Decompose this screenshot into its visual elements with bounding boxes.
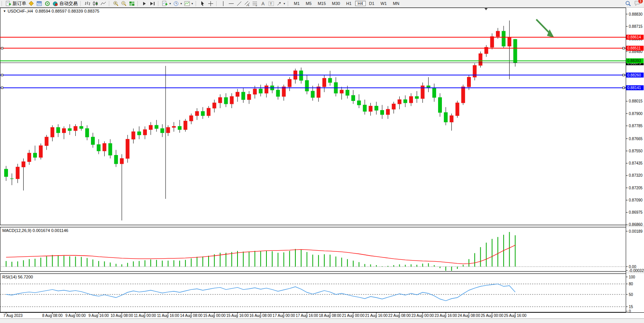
- pane-splitter[interactable]: [0, 272, 644, 274]
- text-icon: A: [260, 1, 266, 6]
- symbol-dropdown-icon[interactable]: ▼: [3, 10, 6, 13]
- bull-candle: [143, 130, 147, 135]
- bull-candle: [16, 167, 19, 179]
- timeframe-M15[interactable]: M15: [315, 1, 328, 6]
- cursor-button[interactable]: [199, 0, 207, 7]
- bull-candle: [282, 87, 285, 96]
- time-tick-label: 11 Aug 00:00: [134, 313, 156, 318]
- bull-candle: [467, 77, 471, 87]
- bear-candle: [259, 89, 262, 93]
- auto-scroll-button[interactable]: [140, 0, 148, 7]
- timeframe-MN[interactable]: MN: [390, 1, 402, 6]
- bear-candle: [161, 128, 164, 133]
- trendline-icon: [236, 1, 242, 6]
- zoom-in-button[interactable]: [112, 0, 120, 7]
- timeframe-H1[interactable]: H1: [343, 1, 354, 6]
- zoom-out-button[interactable]: [120, 0, 128, 7]
- price-tick-label: 0.87900: [629, 112, 643, 116]
- bull-candle: [132, 132, 135, 139]
- price-tag-label: 0.88141: [627, 86, 641, 90]
- bear-candle: [381, 110, 384, 115]
- line-handle[interactable]: [1, 74, 3, 76]
- line-handle[interactable]: [623, 47, 625, 49]
- chart-shift-button[interactable]: [148, 0, 156, 7]
- pane-splitter[interactable]: [0, 225, 644, 227]
- bull-candle: [207, 108, 210, 116]
- price-tick-label: 0.87320: [629, 173, 643, 177]
- data-window-button[interactable]: [35, 0, 43, 7]
- navigator-button[interactable]: [43, 0, 51, 7]
- bear-candle: [305, 80, 309, 91]
- timeframe-M5[interactable]: M5: [303, 1, 314, 6]
- rsi-axis-label: 100: [629, 275, 635, 279]
- vertical-line-button[interactable]: [219, 0, 227, 7]
- price-tick-label: 0.88715: [629, 24, 643, 29]
- toolbar-grip[interactable]: [196, 1, 198, 6]
- bear-candle: [502, 31, 505, 46]
- bull-candle: [479, 54, 482, 66]
- periods-button[interactable]: ▾: [172, 0, 183, 7]
- horizontal-line-button[interactable]: [227, 0, 235, 7]
- ohlc-values: 0.88594 0.88597 0.88339 0.88375: [35, 9, 99, 13]
- svg-text:T: T: [270, 2, 272, 6]
- time-tick-label: 16 Aug 08:00: [249, 313, 272, 318]
- crosshair-button[interactable]: [207, 0, 215, 7]
- templates-button[interactable]: ▾: [183, 0, 194, 7]
- bear-candle: [300, 71, 303, 80]
- bull-candle: [288, 79, 291, 87]
- bull-candle: [230, 96, 233, 104]
- toolbar-grip[interactable]: [80, 1, 82, 6]
- text-label-button[interactable]: T: [267, 0, 275, 7]
- line-handle[interactable]: [623, 74, 625, 76]
- text-button[interactable]: A: [259, 0, 267, 7]
- auto-trading-button[interactable]: 自动交易: [51, 0, 79, 7]
- chart-area[interactable]: 0.888300.887150.885950.884800.883650.882…: [0, 0, 644, 323]
- trendline-button[interactable]: [235, 0, 243, 7]
- time-tick-label: 25 Aug 16:00: [504, 313, 526, 318]
- chart-title-bar: ▼USDCHF-,H4 0.88594 0.88597 0.88339 0.88…: [3, 9, 99, 13]
- timeframe-H4[interactable]: H4: [355, 1, 366, 6]
- line-handle[interactable]: [623, 87, 625, 89]
- timeframe-M1[interactable]: M1: [291, 1, 302, 6]
- line-chart-button[interactable]: [99, 0, 107, 7]
- tile-windows-button[interactable]: [128, 0, 136, 7]
- bull-candle: [317, 87, 320, 98]
- search-icon[interactable]: [625, 1, 631, 6]
- toolbar-grip[interactable]: [137, 1, 139, 6]
- bear-candle: [114, 155, 118, 164]
- market-watch-button[interactable]: [27, 0, 35, 7]
- price-tag-label: 0.88393: [627, 59, 641, 63]
- timeframe-M30[interactable]: M30: [329, 1, 343, 6]
- line-handle[interactable]: [1, 87, 3, 89]
- bull-candle: [39, 146, 43, 157]
- candlestick-chart-button[interactable]: [91, 0, 99, 7]
- line-handle[interactable]: [1, 47, 3, 49]
- bull-candle: [27, 153, 31, 162]
- bull-candle: [22, 162, 25, 167]
- timeframe-W1[interactable]: W1: [378, 1, 390, 6]
- community-button[interactable]: 1: [634, 0, 640, 7]
- timeframe-D1[interactable]: D1: [367, 1, 377, 6]
- price-tick-label: 0.88015: [629, 99, 643, 103]
- new-order-button[interactable]: 新订单: [5, 0, 27, 7]
- bull-candle: [490, 37, 494, 47]
- toolbar-grip[interactable]: [2, 1, 3, 6]
- toolbar-grip[interactable]: [288, 1, 290, 6]
- equidistant-channel-button[interactable]: E: [243, 0, 251, 7]
- notification-badge: 1: [638, 0, 643, 3]
- bear-candle: [97, 144, 100, 151]
- bear-candle: [346, 90, 349, 95]
- indicators-button[interactable]: ▾: [161, 0, 172, 7]
- bear-candle: [375, 106, 378, 110]
- macd-axis-label: -0.000328: [629, 269, 644, 273]
- time-tick-label: 22 Aug 08:00: [388, 313, 411, 318]
- rsi-axis-label: 15: [629, 305, 633, 309]
- fibonacci-button[interactable]: F: [251, 0, 259, 7]
- toolbar-grip[interactable]: [109, 1, 111, 6]
- price-tick-label: 0.87550: [629, 149, 643, 153]
- toolbar-grip[interactable]: [158, 1, 160, 6]
- bar-chart-button[interactable]: [83, 0, 91, 7]
- toolbar-grip[interactable]: [216, 1, 218, 6]
- auto-scroll-icon: [142, 1, 147, 6]
- arrows-button[interactable]: ▾: [275, 0, 286, 7]
